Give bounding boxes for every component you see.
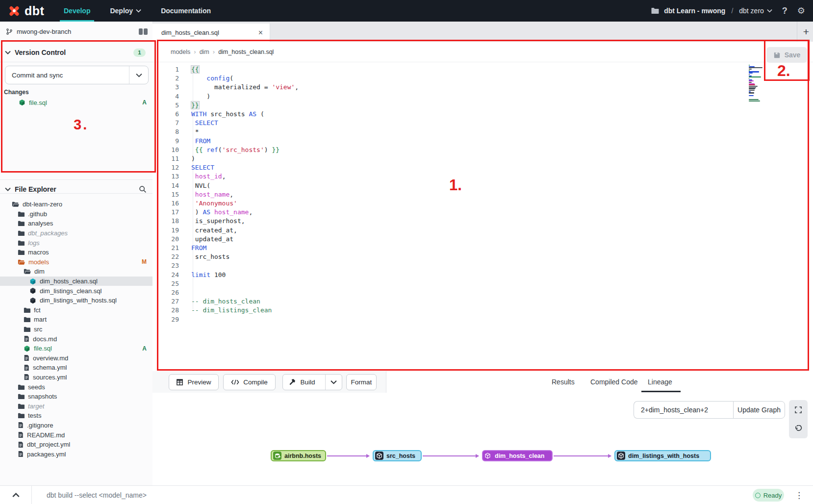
help-icon[interactable]: ? (782, 6, 788, 16)
chevron-up-icon[interactable] (0, 493, 31, 498)
tree-item-dim-hosts-clean-sql[interactable]: dim_hosts_clean.sql (0, 277, 152, 286)
tree-item-models[interactable]: modelsM (0, 257, 152, 267)
dbt-logo[interactable]: dbt (7, 3, 54, 18)
code-line[interactable]: 9 FROM (152, 137, 299, 146)
tree-item-dbt-project-yml[interactable]: dbt_project.yml (0, 440, 152, 450)
kebab-menu-icon[interactable]: ⋮ (795, 490, 803, 501)
tree-item-tests[interactable]: tests (0, 411, 152, 421)
code-line[interactable]: 13 host_id, (152, 172, 299, 181)
build-options-dropdown[interactable] (325, 375, 342, 390)
tree-item-mart[interactable]: mart (0, 315, 152, 325)
fullscreen-icon[interactable] (794, 406, 802, 414)
code-line[interactable]: 16 'Anonymous' (152, 199, 299, 208)
tree-item-fct[interactable]: fct (0, 305, 152, 315)
lineage-selector-input[interactable] (634, 401, 733, 419)
code-line[interactable]: 21FROM (152, 244, 299, 252)
tree-item-packages-yml[interactable]: packages.yml (0, 449, 152, 459)
tree-item-target[interactable]: target (0, 401, 152, 411)
project-name[interactable]: dbt Learn - mwong (664, 7, 725, 15)
lineage-node-dim-hosts-clean[interactable]: dim_hosts_clean (482, 450, 553, 461)
file-explorer-header[interactable]: File Explorer (0, 180, 152, 198)
nav-develop[interactable]: Develop (64, 0, 90, 22)
tab-compiled-code[interactable]: Compiled Code (590, 371, 638, 392)
tree-item-docs-md[interactable]: docs.md (0, 334, 152, 344)
tree-item-file-sql[interactable]: file.sqlA (0, 344, 152, 353)
changed-file-row[interactable]: file.sql A (0, 98, 152, 107)
code-line[interactable]: 29 (152, 315, 299, 324)
breadcrumb-models[interactable]: models (171, 49, 190, 55)
lineage-graph[interactable]: airbnb.hostssrc_hostsdim_hosts_cleandim_… (152, 442, 813, 485)
tree-item-logs[interactable]: logs (0, 238, 152, 248)
code-line[interactable]: 10 {{ ref('src_hosts') }} (152, 146, 299, 154)
tab-lineage[interactable]: Lineage (648, 371, 672, 392)
save-button[interactable]: Save (766, 47, 807, 63)
new-tab-button[interactable]: + (797, 22, 809, 42)
breadcrumb-dim[interactable]: dim (200, 49, 209, 55)
tree-item-analyses[interactable]: analyses (0, 219, 152, 228)
tree-item--gitignore[interactable]: .gitignore (0, 421, 152, 430)
minimap[interactable] (749, 65, 763, 103)
code-line[interactable]: 28-- dim_listings_clean (152, 306, 299, 315)
tree-item-macros[interactable]: macros (0, 248, 152, 257)
code-line[interactable]: 14 NVL( (152, 181, 299, 190)
search-icon[interactable] (139, 185, 147, 193)
update-graph-button[interactable]: Update Graph (733, 401, 785, 419)
lineage-node-dim-listings-with-hosts[interactable]: dim_listings_with_hosts (614, 450, 711, 461)
tree-item-dbt-learn-zero[interactable]: dbt-learn-zero (0, 200, 152, 209)
preview-button[interactable]: Preview (169, 374, 219, 390)
code-line[interactable]: 17 ) AS host_name, (152, 208, 299, 217)
tree-item-dim-listings-clean-sql[interactable]: dim_listings_clean.sql (0, 286, 152, 296)
tab-results[interactable]: Results (552, 371, 575, 392)
version-control-header[interactable]: Version Control 1 (0, 44, 152, 61)
gear-icon[interactable]: ⚙ (797, 5, 805, 16)
code-line[interactable]: 27-- dim_hosts_clean (152, 297, 299, 306)
format-button[interactable]: Format (346, 374, 377, 390)
code-line[interactable]: 12SELECT (152, 163, 299, 172)
command-input[interactable] (32, 491, 753, 500)
tree-item-schema-yml[interactable]: schema.yml (0, 363, 152, 373)
code-line[interactable]: 20 updated_at (152, 235, 299, 244)
nav-documentation[interactable]: Documentation (161, 0, 211, 22)
editor-tab-dim-hosts-clean[interactable]: dim_hosts_clean.sql × (152, 24, 270, 42)
code-line[interactable]: 26 (152, 288, 299, 297)
tree-item-dim[interactable]: dim (0, 267, 152, 277)
tree-item-dbt-packages[interactable]: dbt_packages (0, 228, 152, 238)
split-view-icon[interactable] (139, 28, 148, 35)
code-line[interactable]: 2 config( (152, 74, 299, 83)
code-line[interactable]: 22 src_hosts (152, 252, 299, 261)
tree-item-readme-md[interactable]: README.md (0, 430, 152, 440)
tree-item-snapshots[interactable]: snapshots (0, 392, 152, 402)
branch-name[interactable]: mwong-dev-branch (17, 28, 71, 35)
code-line[interactable]: 7 SELECT (152, 119, 299, 127)
code-line[interactable]: 11) (152, 154, 299, 163)
code-line[interactable]: 19 created_at, (152, 226, 299, 235)
code-line[interactable]: 1{{ (152, 65, 299, 74)
nav-deploy[interactable]: Deploy (110, 0, 141, 22)
tree-item-seeds[interactable]: seeds (0, 382, 152, 392)
code-line[interactable]: 8 * (152, 127, 299, 136)
code-line[interactable]: 25 (152, 279, 299, 288)
compile-button[interactable]: Compile (223, 374, 276, 390)
build-button[interactable]: Build (283, 375, 321, 390)
environment-selector[interactable]: dbt zero (739, 7, 772, 15)
close-icon[interactable]: × (258, 28, 263, 37)
tree-item-dim-listings-with-hosts-sql[interactable]: dim_listings_with_hosts.sql (0, 296, 152, 305)
code-line[interactable]: 3 materialized = 'view', (152, 83, 299, 92)
tree-item-src[interactable]: src (0, 325, 152, 334)
tree-item-sources-yml[interactable]: sources.yml (0, 373, 152, 382)
lineage-node-airbnb-hosts[interactable]: airbnb.hosts (271, 450, 326, 461)
tree-item--github[interactable]: .github (0, 209, 152, 219)
code-area[interactable]: 1{{2 config(3 materialized = 'view',4 )5… (152, 65, 299, 324)
code-line[interactable]: 23 (152, 261, 299, 270)
code-line[interactable]: 18 is_superhost, (152, 217, 299, 226)
code-line[interactable]: 5}} (152, 101, 299, 110)
code-line[interactable]: 15 host_name, (152, 190, 299, 199)
lineage-node-src-hosts[interactable]: src_hosts (373, 450, 422, 461)
commit-options-dropdown[interactable] (129, 66, 148, 84)
commit-and-sync-button[interactable]: Commit and sync (5, 66, 149, 84)
tree-item-overview-md[interactable]: overview.md (0, 353, 152, 363)
code-line[interactable]: 24limit 100 (152, 271, 299, 279)
breadcrumb-file[interactable]: dim_hosts_clean.sql (218, 49, 274, 55)
code-line[interactable]: 4 ) (152, 92, 299, 101)
code-line[interactable]: 6WITH src_hosts AS ( (152, 110, 299, 119)
